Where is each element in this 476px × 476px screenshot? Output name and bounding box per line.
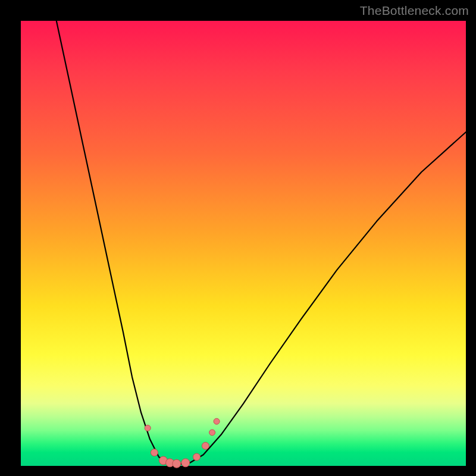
chart-frame: TheBottleneck.com <box>0 0 476 476</box>
data-marker <box>181 459 190 467</box>
curves-layer <box>21 21 466 466</box>
data-marker <box>193 453 201 461</box>
data-marker <box>209 430 215 436</box>
data-marker <box>173 459 181 468</box>
plot-area <box>21 21 466 466</box>
right-curve <box>177 132 466 465</box>
data-marker <box>151 449 158 456</box>
left-curve <box>57 21 177 465</box>
data-marker <box>145 425 151 431</box>
watermark-text: TheBottleneck.com <box>360 4 469 18</box>
data-marker <box>214 418 220 424</box>
marker-group <box>145 418 220 468</box>
curve-group <box>57 21 466 465</box>
data-marker <box>202 442 209 449</box>
